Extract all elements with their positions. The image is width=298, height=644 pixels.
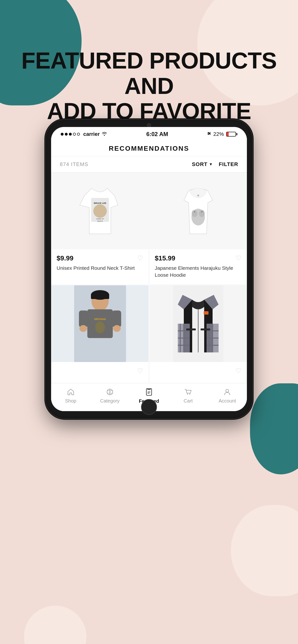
product-name-2: Japanese Elements Harajuku Style Loose H… (155, 264, 241, 279)
bg-shape-pink-bottom-left (24, 606, 86, 644)
svg-rect-37 (186, 328, 196, 330)
svg-point-45 (189, 394, 190, 394)
product-image-jacket (150, 285, 247, 362)
page-title: RECOMMENDATIONS (51, 140, 247, 156)
product-card-3[interactable]: NIRVANA (51, 285, 149, 383)
nav-label-cart: Cart (184, 398, 193, 404)
svg-point-44 (187, 394, 188, 394)
svg-point-20 (79, 325, 87, 332)
price-row-4: ♡ (155, 367, 241, 375)
product-image-hoodie: ✕ ✕ (150, 173, 247, 250)
product-price-1: $9.99 (57, 254, 73, 262)
product-info-4: ♡ (150, 362, 247, 383)
nav-item-cart[interactable]: Cart (169, 386, 208, 406)
bg-shape-pink-bottom (231, 505, 298, 596)
product-info-1: $9.99 ♡ Unisex Printed Round Neck T-Shir… (51, 250, 148, 277)
svg-text:✕: ✕ (194, 210, 196, 213)
favorite-button-2[interactable]: ♡ (235, 254, 241, 262)
signal-dot-3 (69, 133, 72, 136)
battery-fill (227, 132, 229, 136)
jacket-svg (173, 285, 223, 362)
headline-section: FEATURED PRODUCTS AND ADD TO FAVORITE (0, 48, 298, 124)
nav-item-category[interactable]: Category (90, 386, 129, 406)
nav-label-category: Category (100, 398, 119, 404)
favorite-button-4[interactable]: ♡ (235, 367, 241, 375)
product-card-4[interactable]: ♡ (149, 285, 247, 383)
svg-rect-14 (91, 294, 109, 299)
product-name-1: Unisex Printed Round Neck T-Shirt (57, 264, 143, 272)
svg-rect-19 (112, 310, 121, 327)
svg-text:DEATH: DEATH (97, 220, 103, 222)
nav-item-account[interactable]: Account (208, 386, 247, 406)
svg-point-5 (197, 194, 199, 196)
sort-button[interactable]: SORT (192, 161, 213, 168)
signal-dot-2 (65, 133, 68, 136)
price-row-1: $9.99 ♡ (57, 254, 143, 262)
signal-dot-1 (61, 133, 64, 136)
status-time: 6:02 AM (146, 131, 168, 138)
toolbar: 874 ITEMS SORT FILTER (51, 156, 247, 172)
shop-icon (67, 388, 74, 397)
status-right: 22% (208, 131, 237, 137)
headline-text: FEATURED PRODUCTS AND ADD TO FAVORITE (14, 48, 284, 124)
svg-point-21 (113, 325, 121, 332)
price-row-2: $15.99 ♡ (155, 254, 241, 262)
nav-label-shop: Shop (65, 398, 76, 404)
bottom-nav: Shop Category (51, 383, 247, 411)
cart-icon (185, 388, 192, 397)
nav-label-featured: Featured (139, 398, 159, 404)
product-image-nirvana: NIRVANA (51, 285, 148, 362)
svg-text:GAME OF: GAME OF (96, 218, 104, 220)
svg-point-2 (93, 204, 107, 218)
products-grid: BRUCE LEE GAME OF DEATH $9.99 ♡ Un (51, 172, 247, 383)
bg-shape-teal-mid (250, 383, 298, 474)
battery-icon (226, 132, 237, 136)
nirvana-svg: NIRVANA (74, 285, 126, 362)
app-content: RECOMMENDATIONS 874 ITEMS SORT FILTER (51, 140, 247, 411)
battery-percent-text: 22% (213, 131, 224, 137)
category-icon (106, 388, 113, 397)
carrier-label: carrier (83, 131, 100, 137)
status-bar: carrier 6:02 AM (51, 127, 247, 140)
svg-rect-38 (201, 328, 210, 330)
featured-icon (145, 388, 153, 397)
tablet-device: carrier 6:02 AM (46, 120, 252, 418)
tshirt-svg: BRUCE LEE GAME OF DEATH (77, 184, 123, 238)
filter-button[interactable]: FILTER (219, 161, 238, 168)
signal-dot-4 (73, 133, 76, 136)
svg-text:✕: ✕ (201, 210, 203, 213)
favorite-button-1[interactable]: ♡ (137, 254, 143, 262)
signal-dot-5 (77, 133, 80, 136)
nav-label-account: Account (219, 398, 236, 404)
status-left: carrier (61, 131, 107, 137)
signal-dots (61, 133, 80, 136)
device-wrapper: carrier 6:02 AM (46, 120, 252, 418)
device-screen: carrier 6:02 AM (51, 127, 247, 411)
items-count: 874 ITEMS (60, 161, 88, 168)
svg-rect-18 (79, 310, 88, 327)
svg-point-17 (95, 321, 105, 333)
product-card-2[interactable]: ✕ ✕ $15.99 ♡ Japanese Elements Harajuku … (149, 172, 247, 284)
svg-text:NIRVANA: NIRVANA (94, 318, 106, 320)
battery-body (226, 132, 236, 136)
product-price-2: $15.99 (155, 254, 175, 262)
wifi-icon (102, 132, 107, 137)
hoodie-svg: ✕ ✕ (175, 184, 221, 238)
bluetooth-icon (208, 131, 211, 137)
account-icon (224, 388, 231, 397)
product-info-2: $15.99 ♡ Japanese Elements Harajuku Styl… (150, 250, 247, 284)
product-card-1[interactable]: BRUCE LEE GAME OF DEATH $9.99 ♡ Un (51, 172, 149, 284)
nav-item-shop[interactable]: Shop (51, 386, 90, 406)
price-row-3: ♡ (57, 367, 143, 375)
toolbar-right: SORT FILTER (192, 161, 238, 168)
nav-item-featured[interactable]: Featured (129, 386, 169, 406)
svg-point-46 (226, 389, 229, 392)
battery-tip (236, 133, 237, 135)
product-info-3: ♡ (51, 362, 148, 383)
svg-rect-35 (204, 311, 209, 314)
favorite-button-3[interactable]: ♡ (137, 367, 143, 375)
svg-text:BRUCE LEE: BRUCE LEE (94, 202, 106, 204)
product-image-tshirt: BRUCE LEE GAME OF DEATH (51, 173, 148, 250)
